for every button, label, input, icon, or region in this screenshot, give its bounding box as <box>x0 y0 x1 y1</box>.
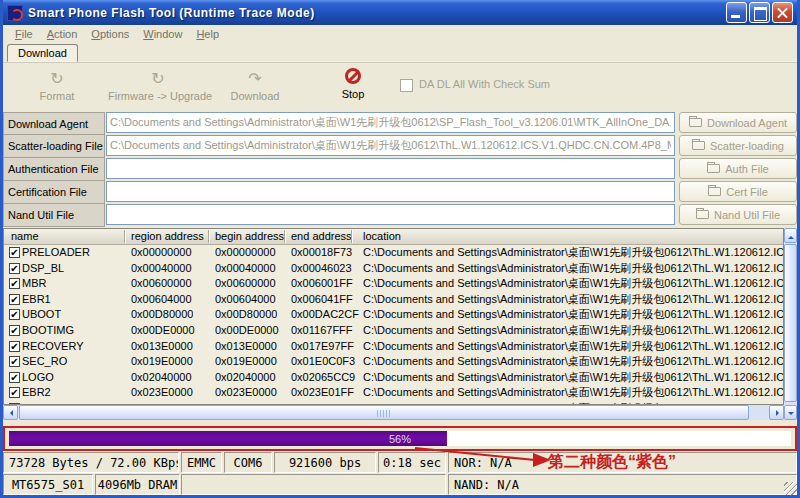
folder-icon <box>689 118 702 127</box>
cert-file-input[interactable] <box>106 181 675 202</box>
row-checkbox-checked-icon[interactable] <box>9 263 20 274</box>
tab-strip: Download <box>3 43 797 62</box>
table-row[interactable]: BOOTIMG 0x00DE0000 0x00DE0000 0x01167FFF… <box>4 323 783 339</box>
auth-file-label: Authentication File <box>3 158 105 181</box>
folder-icon <box>708 187 721 196</box>
nand-util-label: Nand Util File <box>3 204 105 227</box>
nand-util-input[interactable] <box>106 204 675 225</box>
status-nand: NAND: N/A <box>448 474 797 495</box>
scroll-up-arrow-icon[interactable] <box>784 228 797 243</box>
row-checkbox-checked-icon[interactable] <box>9 356 20 367</box>
horizontal-scrollbar[interactable] <box>3 405 784 420</box>
close-button[interactable] <box>772 2 793 23</box>
row-checkbox-checked-icon[interactable] <box>9 341 20 352</box>
table-row[interactable]: LOGO 0x02040000 0x02040000 0x02065CC9 C:… <box>4 370 783 386</box>
app-icon <box>7 5 23 21</box>
table-row[interactable]: MBR 0x00600000 0x00600000 0x006001FF C:\… <box>4 276 783 292</box>
download-agent-label: Download Agent <box>3 112 105 135</box>
column-divider <box>208 230 209 243</box>
folder-icon <box>692 141 705 150</box>
header-location[interactable]: location <box>363 230 401 242</box>
cert-file-label: Certification File <box>3 181 105 204</box>
browse-scatter-button[interactable]: Scatter-loading <box>679 135 797 156</box>
partition-table-header: name region address begin address end ad… <box>4 229 783 245</box>
row-checkbox-checked-icon[interactable] <box>9 278 20 289</box>
minimize-button[interactable] <box>726 2 747 23</box>
menu-help[interactable]: Help <box>189 26 226 42</box>
row-checkbox-checked-icon[interactable] <box>9 372 20 383</box>
browse-cert-button[interactable]: Cert File <box>679 181 797 202</box>
folder-icon <box>696 210 709 219</box>
status-storage: EMMC <box>181 452 222 473</box>
scroll-left-arrow-icon[interactable] <box>3 405 18 420</box>
status-elapsed-time: 0:18 sec <box>378 452 446 473</box>
row-checkbox-checked-icon[interactable] <box>9 387 20 398</box>
app-window: Smart Phone Flash Tool (Runtime Trace Mo… <box>0 0 800 498</box>
menu-action[interactable]: Action <box>40 26 85 42</box>
header-name[interactable]: name <box>11 230 39 242</box>
partition-table-body: PRELOADER 0x00000000 0x00000000 0x00018F… <box>4 245 783 405</box>
header-end[interactable]: end address <box>291 230 352 242</box>
vertical-scroll-thumb[interactable] <box>784 244 797 402</box>
column-divider <box>351 230 352 243</box>
download-agent-input[interactable] <box>106 112 675 133</box>
progress-bar: 56% <box>9 431 791 446</box>
auth-file-input[interactable] <box>106 158 675 179</box>
maximize-button[interactable] <box>749 2 770 23</box>
horizontal-scroll-thumb[interactable] <box>19 405 749 420</box>
row-checkbox-checked-icon[interactable] <box>9 247 20 258</box>
browse-auth-button[interactable]: Auth File <box>679 158 797 179</box>
table-row[interactable]: SEC_RO 0x019E0000 0x019E0000 0x01E0C0F3 … <box>4 354 783 370</box>
browse-nand-button[interactable]: Nand Util File <box>679 204 797 225</box>
annotation-text: 第二种颜色“紫色” <box>548 452 676 473</box>
status-port: COM6 <box>224 452 272 473</box>
folder-icon <box>707 164 720 173</box>
firmware-upgrade-icon <box>108 70 208 88</box>
progress-percent: 56% <box>9 433 791 445</box>
menu-options[interactable]: Options <box>84 26 136 42</box>
status-baudrate: 921600 bps <box>274 452 376 473</box>
toolbar: Format Firmware -> Upgrade Download Stop… <box>3 62 797 111</box>
scroll-down-arrow-icon[interactable] <box>784 405 797 420</box>
row-checkbox-checked-icon[interactable] <box>9 309 20 320</box>
checkbox-icon <box>400 79 413 92</box>
menu-window[interactable]: Window <box>136 26 189 42</box>
table-row[interactable]: PRELOADER 0x00000000 0x00000000 0x00018F… <box>4 245 783 261</box>
da-dl-checksum-checkbox[interactable]: DA DL All With Check Sum <box>400 78 550 92</box>
table-row[interactable]: EBR2 0x023E0000 0x023E0000 0x023E01FF C:… <box>4 385 783 401</box>
column-divider <box>284 230 285 243</box>
window-title: Smart Phone Flash Tool (Runtime Trace Mo… <box>28 6 315 20</box>
column-divider <box>124 230 125 243</box>
table-row[interactable]: RECOVERY 0x013E0000 0x013E0000 0x017E97F… <box>4 339 783 355</box>
firmware-upgrade-button[interactable]: Firmware -> Upgrade <box>108 70 208 102</box>
header-region[interactable]: region address <box>131 230 204 242</box>
row-checkbox-checked-icon[interactable] <box>9 325 20 336</box>
vertical-scrollbar[interactable] <box>784 228 797 420</box>
row-checkbox-checked-icon[interactable] <box>9 294 20 305</box>
download-button[interactable]: Download <box>205 70 305 102</box>
format-icon <box>7 70 107 88</box>
tab-download[interactable]: Download <box>7 44 78 62</box>
status-empty-cell <box>181 474 446 495</box>
scatter-file-label: Scatter-loading File <box>3 135 105 158</box>
menubar: File Action Options Window Help <box>3 25 797 43</box>
table-row[interactable]: DSP_BL 0x00040000 0x00040000 0x00046023 … <box>4 261 783 277</box>
menu-file[interactable]: File <box>8 26 40 42</box>
browse-download-agent-button[interactable]: Download Agent <box>679 112 797 133</box>
format-button[interactable]: Format <box>7 70 107 102</box>
partition-table: name region address begin address end ad… <box>3 228 784 405</box>
table-row[interactable]: UBOOT 0x00D80000 0x00D80000 0x00DAC2CF C… <box>4 307 783 323</box>
progress-annotation-box: 56% <box>3 426 797 451</box>
stop-icon <box>345 68 361 84</box>
table-row[interactable]: EBR1 0x00604000 0x00604000 0x006041FF C:… <box>4 292 783 308</box>
resize-grip[interactable] <box>784 482 797 495</box>
stop-button[interactable]: Stop <box>323 68 383 100</box>
status-throughput: 73728 Bytes / 72.00 KBps <box>3 452 179 473</box>
status-chip: MT6575_S01 <box>3 474 93 495</box>
titlebar: Smart Phone Flash Tool (Runtime Trace Mo… <box>3 0 797 25</box>
download-icon <box>205 70 305 88</box>
header-begin[interactable]: begin address <box>215 230 284 242</box>
status-dram: 4096Mb DRAM <box>95 474 180 495</box>
scatter-file-input[interactable] <box>106 135 675 156</box>
scroll-right-arrow-icon[interactable] <box>769 405 784 420</box>
